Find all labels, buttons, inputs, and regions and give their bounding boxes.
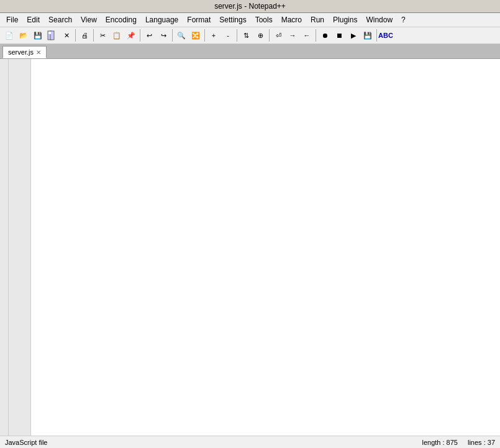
separator-1 (75, 29, 76, 42)
separator-2 (93, 29, 94, 42)
indent-button[interactable]: → (286, 29, 299, 42)
separator-4 (172, 29, 173, 42)
separator-7 (269, 29, 270, 42)
spellcheck-button[interactable]: ABC (379, 29, 393, 42)
redo-button[interactable]: ↪ (157, 29, 170, 42)
find-button[interactable]: 🔍 (175, 29, 188, 42)
separator-6 (237, 29, 237, 42)
cut-button[interactable]: ✂ (96, 29, 109, 42)
menu-view[interactable]: View (77, 14, 101, 25)
menu-bar: File Edit Search View Encoding Language … (0, 13, 500, 27)
find-replace-button[interactable]: 🔀 (189, 29, 202, 42)
undo-button[interactable]: ↩ (142, 29, 156, 42)
window-title: server.js - Notepad++ (214, 2, 286, 11)
file-type-label: JavaScript file (5, 439, 47, 446)
zoom-out-button[interactable]: - (221, 29, 235, 42)
zoom-in-button[interactable]: + (207, 29, 220, 42)
menu-plugins[interactable]: Plugins (329, 14, 361, 25)
sync-scroll-button[interactable]: ⇅ (239, 29, 253, 42)
svg-rect-2 (48, 32, 51, 34)
open-button[interactable]: 📂 (17, 29, 30, 42)
menu-language[interactable]: Language (142, 14, 182, 25)
status-right: length : 875 lines : 37 (422, 439, 495, 446)
new-button[interactable]: 📄 (2, 29, 16, 42)
length-label: length : 875 (422, 439, 458, 446)
sync-zoom-button[interactable]: ⊕ (253, 29, 267, 42)
menu-macro[interactable]: Macro (278, 14, 306, 25)
menu-search[interactable]: Search (45, 14, 76, 25)
deindent-button[interactable]: ← (300, 29, 314, 42)
menu-file[interactable]: File (2, 14, 22, 25)
separator-5 (204, 29, 205, 42)
separator-8 (316, 29, 316, 42)
lines-label: lines : 37 (468, 439, 495, 446)
toolbar: 📄 📂 💾 ✕ 🖨 ✂ 📋 📌 ↩ ↪ 🔍 🔀 + - ⇅ ⊕ ⏎ → ← ⏺ … (0, 27, 500, 44)
paste-button[interactable]: 📌 (124, 29, 138, 42)
menu-tools[interactable]: Tools (252, 14, 276, 25)
macro-stop-button[interactable]: ⏹ (332, 29, 346, 42)
close-button[interactable]: ✕ (60, 29, 73, 42)
fold-indicator-1 (0, 59, 8, 70)
menu-settings[interactable]: Settings (216, 14, 250, 25)
print-button[interactable]: 🖨 (78, 29, 91, 42)
tab-label: server.js (8, 48, 34, 56)
menu-run[interactable]: Run (307, 14, 328, 25)
line-numbers (9, 59, 31, 436)
menu-encoding[interactable]: Encoding (102, 14, 140, 25)
save-button[interactable]: 💾 (31, 29, 45, 42)
macro-play-button[interactable]: ▶ (347, 29, 360, 42)
code-content[interactable] (31, 59, 500, 436)
wordwrap-button[interactable]: ⏎ (271, 29, 285, 42)
separator-3 (140, 29, 140, 42)
macro-save-button[interactable]: 💾 (361, 29, 375, 42)
menu-format[interactable]: Format (183, 14, 214, 25)
copy-button[interactable]: 📋 (110, 29, 124, 42)
save-all-button[interactable] (45, 29, 59, 42)
tab-bar: server.js ✕ (0, 44, 500, 59)
separator-9 (376, 29, 377, 42)
tab-serverjs[interactable]: server.js ✕ (2, 46, 47, 58)
macro-record-button[interactable]: ⏺ (318, 29, 332, 42)
status-bar: JavaScript file length : 875 lines : 37 (0, 436, 500, 448)
menu-window[interactable]: Window (362, 14, 396, 25)
title-bar: server.js - Notepad++ (0, 0, 500, 13)
menu-edit[interactable]: Edit (23, 14, 43, 25)
tab-close-icon[interactable]: ✕ (36, 49, 41, 56)
fold-gutter (0, 59, 9, 436)
menu-help[interactable]: ? (398, 14, 409, 25)
editor (0, 59, 500, 436)
